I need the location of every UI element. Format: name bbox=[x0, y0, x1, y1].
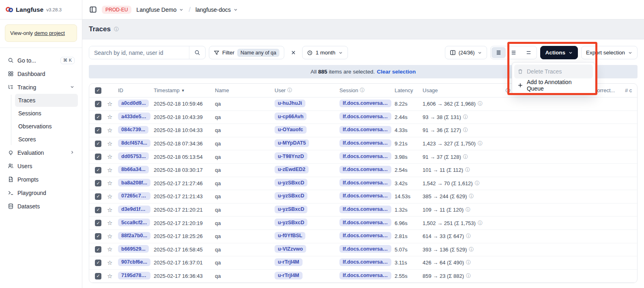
trace-id-badge[interactable]: ba8a208f... bbox=[118, 179, 150, 186]
user-badge[interactable]: u-T98YnzD bbox=[275, 152, 307, 160]
row-checkbox[interactable]: ✓ bbox=[95, 260, 101, 266]
star-icon[interactable]: ☆ bbox=[107, 233, 112, 240]
filter-button[interactable]: Filter Name any of qa bbox=[209, 46, 284, 59]
sidebar-item-users[interactable]: Users bbox=[4, 159, 78, 173]
select-all-checkbox[interactable]: ✓ bbox=[95, 87, 101, 94]
col-usage[interactable]: Usage bbox=[421, 87, 504, 93]
row-checkbox[interactable]: ✓ bbox=[95, 193, 101, 200]
trace-id-badge[interactable]: 8b66a34... bbox=[118, 166, 149, 173]
row-checkbox[interactable]: ✓ bbox=[95, 246, 101, 253]
sidebar-item-tracing[interactable]: Tracing bbox=[4, 80, 78, 94]
session-badge[interactable]: lf.docs.conversation... bbox=[339, 166, 391, 173]
user-badge[interactable]: u-yzSBxcD bbox=[275, 192, 307, 200]
table-row[interactable]: ✓ ☆ 084c739... 2025-02-18 10:04:33 qa u-… bbox=[89, 124, 637, 137]
session-badge[interactable]: lf.docs.conversation... bbox=[339, 232, 391, 240]
user-badge[interactable]: u-huJhuJi bbox=[275, 100, 305, 107]
user-badge[interactable]: u-yzSBxcD bbox=[275, 206, 307, 213]
sidebar-item-traces[interactable]: Traces bbox=[15, 94, 78, 107]
table-row[interactable]: ✓ ☆ 907cbf6e... 2025-02-17 16:37:01 qa u… bbox=[89, 256, 637, 270]
session-badge[interactable]: lf.docs.conversation... bbox=[339, 192, 391, 200]
star-icon[interactable]: ☆ bbox=[107, 167, 112, 173]
row-checkbox[interactable]: ✓ bbox=[95, 114, 101, 120]
table-row[interactable]: ✓ ☆ d3e9d1f2... 2025-02-17 21:20:21 qa u… bbox=[89, 204, 637, 217]
user-badge[interactable]: u-f0YfBSL bbox=[275, 232, 305, 240]
trace-id-badge[interactable]: 07265c7a... bbox=[118, 192, 150, 200]
session-badge[interactable]: lf.docs.conversation... bbox=[339, 126, 391, 134]
star-icon[interactable]: ☆ bbox=[107, 180, 112, 186]
star-icon[interactable]: ☆ bbox=[107, 219, 112, 226]
session-badge[interactable]: lf.docs.conversation... bbox=[339, 152, 391, 160]
user-badge[interactable]: u-yzSBxcD bbox=[275, 219, 307, 226]
user-badge[interactable]: u-yzSBxcD bbox=[275, 179, 307, 186]
actions-button[interactable]: Actions bbox=[540, 46, 578, 59]
user-badge[interactable]: u-cp66Avh bbox=[275, 113, 307, 120]
col-score-last[interactable]: # c bbox=[623, 87, 638, 93]
session-badge[interactable]: lf.docs.conversation... bbox=[339, 245, 391, 253]
session-badge[interactable]: lf.docs.conversation... bbox=[339, 206, 391, 213]
star-icon[interactable]: ☆ bbox=[107, 113, 112, 120]
table-row[interactable]: ✓ ☆ 8dcf4574... 2025-02-18 07:34:36 qa u… bbox=[89, 137, 637, 151]
table-row[interactable]: ✓ ☆ b669529... 2025-02-17 16:58:45 qa u-… bbox=[89, 243, 637, 257]
project-selector[interactable]: langfuse-docs bbox=[195, 6, 238, 13]
session-badge[interactable]: lf.docs.conversation... bbox=[339, 219, 391, 226]
user-badge[interactable]: u-zEwdED2 bbox=[275, 166, 309, 173]
trace-id-badge[interactable]: 88f2a7b0... bbox=[118, 232, 150, 240]
session-badge[interactable]: lf.docs.conversation... bbox=[339, 272, 391, 279]
sidebar-item-dashboard[interactable]: Dashboard bbox=[4, 67, 78, 80]
table-row[interactable]: ✓ ☆ ba8a208f... 2025-02-17 21:27:46 qa u… bbox=[89, 177, 637, 191]
user-badge[interactable]: u-VIZzvwo bbox=[275, 245, 306, 253]
trace-id-badge[interactable]: 5cca9cf2... bbox=[118, 219, 150, 226]
session-badge[interactable]: lf.docs.conversation... bbox=[339, 258, 391, 266]
user-badge[interactable]: u-MYpDAT5 bbox=[275, 139, 309, 147]
table-row[interactable]: ✓ ☆ 5cca9cf2... 2025-02-17 21:20:19 qa u… bbox=[89, 217, 637, 230]
sidebar-item-observations[interactable]: Observations bbox=[15, 120, 78, 133]
session-badge[interactable]: lf.docs.conversation... bbox=[339, 139, 391, 147]
sidebar-item-prompts[interactable]: Prompts bbox=[4, 173, 78, 186]
col-session[interactable]: Sessionⓘ bbox=[338, 87, 393, 94]
trace-id-badge[interactable]: 084c739... bbox=[118, 126, 148, 134]
clear-selection-link[interactable]: Clear selection bbox=[377, 69, 416, 75]
org-selector[interactable]: Langfuse Demo bbox=[136, 6, 184, 13]
trace-id-badge[interactable]: 907cbf6e... bbox=[118, 258, 150, 266]
session-badge[interactable]: lf.docs.conversation... bbox=[339, 113, 391, 120]
star-icon[interactable]: ☆ bbox=[107, 259, 112, 266]
row-checkbox[interactable]: ✓ bbox=[95, 101, 101, 107]
row-checkbox[interactable]: ✓ bbox=[95, 273, 101, 279]
col-user[interactable]: Userⓘ bbox=[273, 87, 338, 94]
table-row[interactable]: ✓ ☆ dd05753... 2025-02-18 05:13:54 qa u-… bbox=[89, 150, 637, 164]
row-checkbox[interactable]: ✓ bbox=[95, 141, 101, 147]
row-height-large-icon[interactable] bbox=[522, 47, 536, 58]
search-icon[interactable] bbox=[189, 46, 205, 59]
col-id[interactable]: ID bbox=[116, 87, 152, 93]
trace-id-badge[interactable]: a433de51... bbox=[118, 113, 150, 120]
user-badge[interactable]: u-OYauofc bbox=[275, 126, 307, 134]
table-row[interactable]: ✓ ☆ a0cd0d9... 2025-02-18 10:59:46 qa u-… bbox=[89, 97, 637, 111]
menu-item-add-to-annotation-queue[interactable]: Add to Annotation Queue bbox=[514, 78, 593, 92]
row-height-small-icon[interactable] bbox=[492, 47, 506, 58]
table-row[interactable]: ✓ ☆ 88f2a7b0... 2025-02-17 18:25:26 qa u… bbox=[89, 230, 637, 243]
star-icon[interactable]: ☆ bbox=[107, 273, 112, 279]
star-icon[interactable]: ☆ bbox=[107, 100, 112, 107]
sidebar-item-evaluation[interactable]: Evaluation bbox=[4, 146, 78, 159]
sidebar-item-scores[interactable]: Scores bbox=[15, 133, 78, 146]
col-timestamp[interactable]: Timestamp▼ bbox=[152, 87, 213, 93]
demo-project-link[interactable]: demo project bbox=[34, 30, 65, 36]
sidebar-item-playground[interactable]: Playground bbox=[4, 186, 78, 199]
goto-button[interactable]: Go to... ⌘ K bbox=[4, 54, 78, 67]
search-input[interactable] bbox=[89, 46, 189, 59]
trace-id-badge[interactable]: d3e9d1f2... bbox=[118, 206, 150, 213]
star-icon[interactable]: ☆ bbox=[107, 193, 112, 200]
col-latency[interactable]: Latency bbox=[393, 87, 421, 93]
trace-id-badge[interactable]: 8dcf4574... bbox=[118, 139, 150, 147]
session-badge[interactable]: lf.docs.conversation... bbox=[339, 179, 391, 186]
trace-id-badge[interactable]: 7195d78e... bbox=[118, 272, 150, 279]
row-checkbox[interactable]: ✓ bbox=[95, 167, 101, 173]
clear-filter-icon[interactable] bbox=[288, 47, 299, 58]
row-checkbox[interactable]: ✓ bbox=[95, 220, 101, 226]
trace-id-badge[interactable]: a0cd0d9... bbox=[118, 100, 149, 107]
user-badge[interactable]: u-rTrjI4M bbox=[275, 258, 303, 266]
row-checkbox[interactable]: ✓ bbox=[95, 127, 101, 134]
export-selection-button[interactable]: Export selection bbox=[581, 46, 638, 59]
table-row[interactable]: ✓ ☆ 7195d78e... 2025-02-17 16:36:43 qa u… bbox=[89, 270, 637, 283]
sidebar-toggle-icon[interactable] bbox=[89, 6, 97, 14]
